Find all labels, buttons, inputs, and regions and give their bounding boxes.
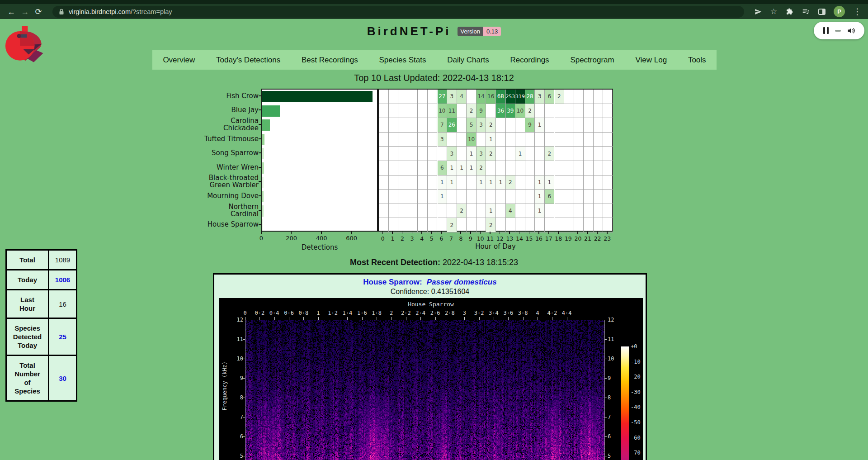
hour-tick-label: 13	[506, 235, 513, 242]
stats-value[interactable]: 1006	[49, 270, 77, 290]
hour-tick-label: 16	[535, 235, 542, 242]
address-bar[interactable]: virginia.birdnetpi.com/?stream=play	[52, 6, 744, 18]
page-title: BirdNET-Pi	[367, 24, 451, 38]
nav-item-best-recordings[interactable]: Best Recordings	[302, 56, 358, 65]
heatmap-cell	[496, 190, 506, 204]
version-badge: Version 0.13	[458, 27, 501, 36]
heatmap-cell	[457, 118, 467, 133]
colorbar	[621, 346, 629, 460]
send-icon[interactable]	[754, 8, 762, 16]
heatmap-cell	[594, 175, 604, 190]
spec-xtick-label: 0·4	[269, 310, 279, 316]
menu-dots-icon[interactable]: ⋮	[853, 7, 862, 16]
browser-forward-button[interactable]: →	[18, 8, 32, 16]
nav-item-today-s-detections[interactable]: Today's Detections	[216, 56, 280, 65]
profile-avatar[interactable]: P	[834, 6, 845, 17]
media-controls-icon[interactable]	[802, 8, 810, 16]
heatmap-cell	[418, 147, 428, 161]
spec-xtick-label: 0·6	[284, 310, 294, 316]
heatmap-cell	[603, 190, 613, 204]
heatmap-cell	[418, 204, 428, 218]
browser-back-button[interactable]: ←	[5, 8, 18, 16]
hour-tick-label: 12	[496, 235, 504, 242]
heatmap-cell	[496, 147, 506, 161]
spec-xtick-label: 1·8	[372, 310, 382, 316]
heatmap-cell	[457, 133, 467, 147]
heatmap-cell	[408, 118, 418, 133]
spec-xtick-label: 2·4	[415, 310, 425, 316]
heatmap-cell	[603, 204, 613, 218]
stats-value[interactable]: 30	[49, 356, 77, 401]
heatmap-cell: 6	[545, 190, 555, 204]
nav-item-overview[interactable]: Overview	[163, 56, 195, 65]
heatmap-cell	[398, 218, 408, 232]
heatmap-cell	[564, 161, 574, 175]
nav-item-tools[interactable]: Tools	[688, 56, 706, 65]
heatmap-cell	[515, 190, 525, 204]
nav-item-recordings[interactable]: Recordings	[510, 56, 549, 65]
bookmark-star-icon[interactable]: ☆	[770, 8, 777, 15]
spec-xtick-label: 2	[390, 310, 393, 316]
heatmap-cell: 9	[476, 104, 486, 119]
side-panel-icon[interactable]	[818, 9, 826, 15]
extensions-puzzle-icon[interactable]	[785, 8, 793, 16]
heatmap-cell	[584, 104, 594, 119]
spec-xtick-label: 2·8	[445, 310, 455, 316]
heatmap-cell	[418, 190, 428, 204]
heatmap-cell	[584, 147, 594, 161]
stats-label: Today	[6, 270, 49, 290]
heatmap-cell	[535, 133, 545, 147]
nav-item-species-stats[interactable]: Species Stats	[379, 56, 426, 65]
heatmap-cell: 7	[438, 118, 448, 133]
heatmap-cell	[496, 118, 506, 133]
heatmap-cell	[408, 104, 418, 119]
heatmap-cell	[564, 147, 574, 161]
heatmap-cell: 2	[486, 218, 496, 232]
heatmap-cell	[564, 133, 574, 147]
heatmap-cell: 10	[438, 104, 448, 119]
heatmap-cell	[428, 175, 438, 190]
stats-value[interactable]: 25	[49, 318, 77, 356]
heatmap-cell	[506, 218, 516, 232]
stats-row: Last Hour16	[6, 290, 77, 318]
spectrogram-figure: House Sparrow Frequency (kHz) 00·20·40·6…	[219, 298, 643, 460]
most-recent-detection: Most Recent Detection: 2022-04-13 18:15:…	[0, 258, 868, 267]
heatmap-cell	[603, 218, 613, 232]
heatmap-cell	[506, 147, 516, 161]
species-label: Song Sparrow	[168, 146, 259, 160]
heatmap-cell: 2	[457, 204, 467, 218]
nav-item-spectrogram[interactable]: Spectrogram	[570, 56, 614, 65]
heatmap-cell	[467, 90, 476, 104]
heatmap-cell: 1	[467, 147, 476, 161]
hour-tick-label: 4	[420, 235, 424, 242]
bar-tufted-titmouse	[262, 134, 264, 145]
heatmap-cell	[408, 161, 418, 175]
heatmap-cell: 2	[486, 118, 496, 133]
heatmap-cell	[379, 204, 389, 218]
heatmap-cell	[379, 161, 389, 175]
nav-item-daily-charts[interactable]: Daily Charts	[447, 56, 489, 65]
spec-xtick-label: 1·4	[343, 310, 353, 316]
nav-item-view-log[interactable]: View Log	[635, 56, 667, 65]
stats-table: Total1089Today1006Last Hour16Species Det…	[5, 249, 77, 402]
heatmap-cell	[428, 218, 438, 232]
heatmap-cell: 253	[506, 90, 516, 104]
spec-ytick-label: 10	[608, 356, 623, 362]
species-label: Blue Jay	[168, 103, 259, 118]
detection-species-link[interactable]: House Sparrow:	[363, 278, 422, 286]
stats-row: Total Number of Species30	[6, 356, 77, 401]
heatmap-cell	[447, 190, 457, 204]
heatmap-cell	[379, 147, 389, 161]
spec-ytick-label: 9	[228, 375, 243, 381]
browser-reload-button[interactable]: ⟳	[32, 8, 45, 16]
heatmap-cell	[467, 204, 476, 218]
heatmap-cell	[555, 147, 565, 161]
stats-label: Total Number of Species	[6, 356, 49, 401]
birdnetpi-page: BirdNET-Pi Version 0.13 OverviewToday's …	[0, 19, 868, 460]
heatmap-cell	[418, 104, 428, 119]
heatmap-cell	[584, 90, 594, 104]
bar-house-sparrow	[262, 219, 263, 231]
species-label: House Sparrow	[168, 217, 259, 232]
heatmap-cell	[584, 118, 594, 133]
heatmap-cell	[525, 175, 535, 190]
